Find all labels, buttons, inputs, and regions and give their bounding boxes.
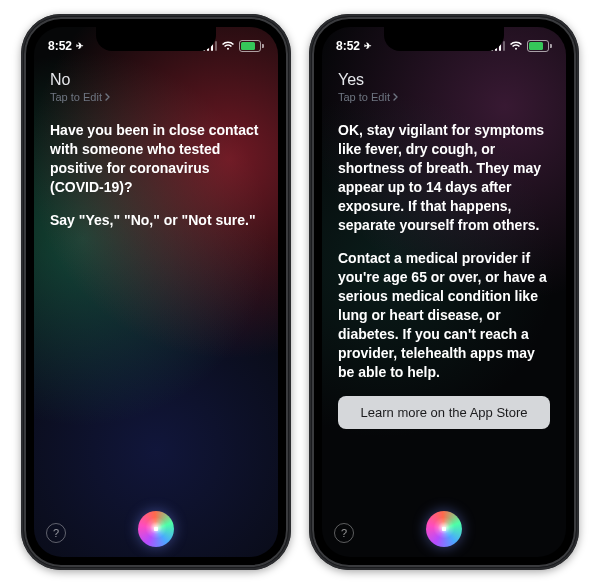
location-icon: ✈︎ (76, 41, 84, 51)
notch (384, 27, 504, 51)
wifi-icon (509, 41, 523, 51)
battery-icon (527, 40, 552, 52)
siri-response: OK, stay vigilant for symptoms like feve… (338, 121, 550, 382)
location-icon: ✈︎ (364, 41, 372, 51)
response-paragraph-1: Have you been in close contact with some… (50, 121, 262, 197)
notch (96, 27, 216, 51)
siri-response: Have you been in close contact with some… (50, 121, 262, 230)
battery-icon (239, 40, 264, 52)
learn-more-button[interactable]: Learn more on the App Store (338, 396, 550, 429)
wifi-icon (221, 41, 235, 51)
screen: 8:52 ✈︎ No Tap to Edit (34, 27, 278, 557)
tap-to-edit-label: Tap to Edit (50, 91, 102, 103)
chevron-right-icon (105, 93, 111, 101)
siri-orb-icon[interactable] (426, 511, 462, 547)
screenshot-stage: 8:52 ✈︎ No Tap to Edit (0, 0, 600, 584)
response-paragraph-1: OK, stay vigilant for symptoms like feve… (338, 121, 550, 235)
bottom-bar (322, 511, 566, 547)
chevron-right-icon (393, 93, 399, 101)
status-time: 8:52 (336, 39, 360, 53)
siri-content: No Tap to Edit Have you been in close co… (34, 27, 278, 557)
user-utterance: No (50, 71, 262, 89)
bottom-bar (34, 511, 278, 547)
siri-content: Yes Tap to Edit OK, stay vigilant for sy… (322, 27, 566, 557)
learn-more-label: Learn more on the App Store (361, 405, 528, 420)
iphone-device-left: 8:52 ✈︎ No Tap to Edit (21, 14, 291, 570)
response-paragraph-2: Say "Yes," "No," or "Not sure." (50, 211, 262, 230)
screen: 8:52 ✈︎ Yes Tap to Edit (322, 27, 566, 557)
tap-to-edit-button[interactable]: Tap to Edit (50, 91, 262, 103)
status-time: 8:52 (48, 39, 72, 53)
iphone-device-right: 8:52 ✈︎ Yes Tap to Edit (309, 14, 579, 570)
user-utterance: Yes (338, 71, 550, 89)
tap-to-edit-label: Tap to Edit (338, 91, 390, 103)
status-left: 8:52 ✈︎ (48, 39, 84, 53)
status-left: 8:52 ✈︎ (336, 39, 372, 53)
response-paragraph-2: Contact a medical provider if you're age… (338, 249, 550, 382)
siri-orb-icon[interactable] (138, 511, 174, 547)
tap-to-edit-button[interactable]: Tap to Edit (338, 91, 550, 103)
